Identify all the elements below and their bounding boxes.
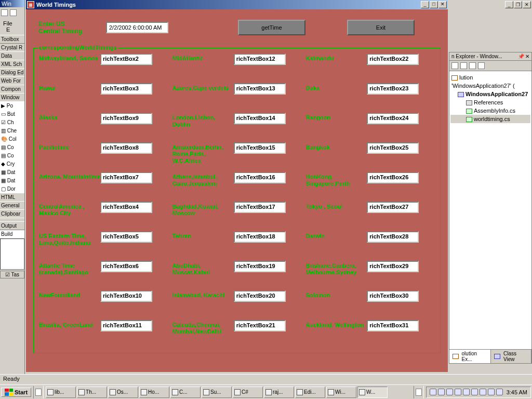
toolbox-tabs[interactable]: Crystal RDataXML SchDialog EdWeb ForComp… [0, 44, 24, 102]
toolbox-item[interactable]: ☑ Ch [0, 118, 24, 127]
taskbar-item[interactable]: C# [233, 387, 263, 398]
assemblyinfo-node[interactable]: AssemblyInfo.cs [450, 107, 530, 115]
toolbox-tab[interactable]: Web For [0, 77, 24, 85]
toolbox-tab[interactable]: Data [0, 52, 24, 60]
timing-output[interactable]: richTextBox6 [100, 261, 152, 272]
timing-output[interactable]: richTextBox2 [100, 54, 152, 65]
timing-output[interactable]: richTextBox26 [367, 172, 419, 183]
timing-output[interactable]: richTextBox4 [100, 202, 152, 213]
central-timing-input[interactable] [106, 22, 168, 33]
project-node[interactable]: WindowsApplication27 [450, 90, 530, 98]
taskbar-item[interactable]: Th... [77, 387, 107, 398]
taskbar-item[interactable]: Ho... [139, 387, 169, 398]
timing-output[interactable]: richTextBox11 [100, 320, 152, 331]
toolbox-item[interactable]: 🎨 Col [0, 135, 24, 143]
tray-icon[interactable] [471, 389, 478, 395]
solution-toolbar[interactable] [449, 61, 531, 71]
build-combo[interactable]: Build [0, 230, 24, 238]
sol-tool-icon[interactable] [478, 62, 485, 69]
timing-output[interactable]: richTextBox20 [234, 290, 286, 302]
timing-output[interactable]: richTextBox16 [234, 172, 286, 183]
timing-output[interactable]: richTextBox31 [367, 320, 419, 331]
taskbar-tasks[interactable]: lib...Th...Os...Ho...C...Su...C#raj...Ed… [45, 387, 413, 398]
toolbox-item[interactable]: ◆ Cry [0, 160, 24, 168]
timing-output[interactable]: richTextBox30 [367, 290, 419, 302]
toolbox-item[interactable]: ▢ Dor [0, 185, 24, 193]
timing-output[interactable]: richTextBox25 [367, 142, 419, 154]
timing-output[interactable]: richTextBox28 [367, 231, 419, 243]
toolbox-item[interactable]: ▤ Co [0, 143, 24, 152]
timing-output[interactable]: richTextBox10 [100, 290, 152, 302]
toolbox-tab[interactable]: General [0, 202, 24, 210]
timing-output[interactable]: richTextBox5 [100, 231, 152, 243]
timing-output[interactable]: richTextBox7 [100, 172, 152, 183]
bg-restore-icon[interactable]: ❐ [514, 1, 522, 8]
taskbar-item[interactable]: W... [357, 387, 388, 398]
toolbox-item[interactable]: ▦ Dat [0, 168, 24, 177]
quick-launch[interactable] [33, 386, 44, 398]
timing-output[interactable]: richTextBox22 [367, 54, 419, 65]
timing-output[interactable]: richTextBox29 [367, 261, 419, 272]
toolbox-item[interactable]: ▦ Dat [0, 177, 24, 185]
sol-tool-icon[interactable] [451, 62, 458, 69]
toolbox-more[interactable]: HTMLGeneralClipboar [0, 193, 24, 218]
titlebar[interactable]: ▦ World Timings _ □ ✕ [26, 0, 448, 9]
taskbar-item[interactable]: Edi... [295, 387, 325, 398]
close-button[interactable]: ✕ [438, 1, 447, 8]
gettime-button[interactable]: getTime [238, 20, 305, 35]
toolbox-item[interactable]: ▶ Po [0, 102, 24, 110]
taskbar-item[interactable]: lib... [46, 387, 76, 398]
bg-minimize-icon[interactable]: _ [505, 1, 513, 8]
sol-tool-icon[interactable] [469, 62, 476, 69]
timing-output[interactable]: richTextBox13 [234, 83, 286, 95]
toolbox-item[interactable]: ▥ Che [0, 127, 24, 135]
timing-output[interactable]: richTextBox24 [367, 113, 419, 124]
solution-tabs[interactable]: olution Ex... Class View [449, 349, 531, 363]
timing-output[interactable]: richTextBox27 [367, 202, 419, 213]
toolbox-tab[interactable]: Compon [0, 85, 24, 94]
ide-menu[interactable]: File E [0, 18, 24, 35]
taskbar[interactable]: Start lib...Th...Os...Ho...C...Su...C#ra… [0, 384, 532, 399]
taskbar-item[interactable]: raj... [264, 387, 294, 398]
taskbar-clock[interactable]: 3:45 AM [504, 389, 527, 395]
timing-output[interactable]: richTextBox23 [367, 83, 419, 95]
references-node[interactable]: References [450, 98, 530, 107]
system-tray[interactable]: 3:45 AM [426, 387, 531, 398]
timing-output[interactable]: richTextBox14 [234, 113, 286, 124]
timing-output[interactable]: richTextBox21 [234, 320, 286, 331]
worldtiming-node[interactable]: worldtiming.cs [450, 115, 530, 123]
solution-explorer[interactable]: n Explorer - Window...📌✕ lution 'Windows… [449, 52, 532, 364]
menu-e[interactable]: E [4, 25, 12, 34]
pin-icon[interactable]: 📌 [518, 54, 524, 59]
sol-tool-icon[interactable] [460, 62, 467, 69]
tray-icon[interactable] [480, 389, 486, 395]
timing-output[interactable]: richTextBox18 [234, 231, 286, 243]
bg-close-icon[interactable]: ✕ [523, 1, 531, 8]
minimize-button[interactable]: _ [421, 1, 429, 8]
maximize-button[interactable]: □ [430, 1, 438, 8]
exit-button[interactable]: Exit [347, 20, 415, 35]
toolbox-tab[interactable]: Clipboar [0, 210, 24, 218]
toolbox-tab[interactable]: Dialog Ed [0, 69, 24, 77]
taskbar-item[interactable]: Wi... [326, 387, 356, 398]
timing-output[interactable]: richTextBox17 [234, 202, 286, 213]
ql-icon[interactable] [35, 389, 42, 396]
timing-output[interactable]: richTextBox8 [100, 142, 152, 154]
toolbox-tab[interactable]: XML Sch [0, 60, 24, 69]
tray-icon[interactable] [463, 389, 470, 395]
toolbox-tab[interactable]: HTML [0, 193, 24, 202]
toolbox-tab[interactable]: Window [0, 94, 24, 102]
timing-output[interactable]: richTextBox12 [234, 54, 286, 65]
tray-icon[interactable] [455, 389, 461, 395]
tray-icon[interactable] [488, 389, 495, 395]
close-icon[interactable]: ✕ [525, 54, 529, 59]
solution-tree[interactable]: lution 'WindowsApplication27' ( WindowsA… [449, 71, 531, 125]
toolbox-item[interactable]: ▤ Co [0, 152, 24, 160]
timing-output[interactable]: richTextBox3 [100, 83, 152, 95]
timing-output[interactable]: richTextBox9 [100, 113, 152, 124]
toolbox-tab[interactable]: Crystal R [0, 44, 24, 52]
timing-output[interactable]: richTextBox19 [234, 261, 286, 272]
start-button[interactable]: Start [1, 388, 31, 397]
tab-solution-explorer[interactable]: olution Ex... [449, 350, 491, 363]
solution-node[interactable]: lution 'WindowsApplication27' ( [450, 73, 530, 90]
